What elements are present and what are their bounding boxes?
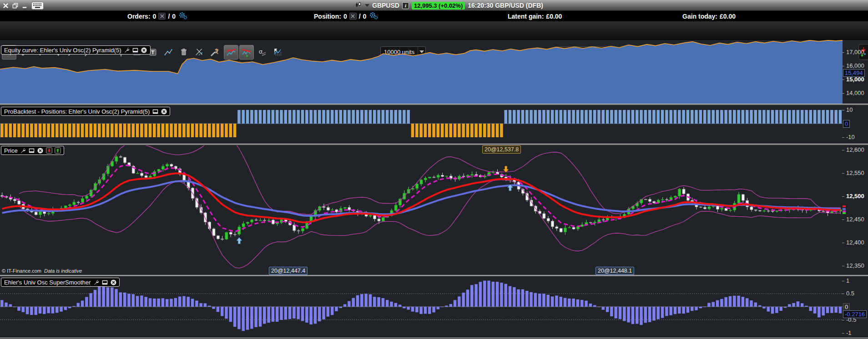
position-settings-gears-icon[interactable] xyxy=(368,11,378,21)
axis-tick-label: 15,000 xyxy=(846,76,864,83)
orders-separator: / xyxy=(168,13,170,20)
latent-gain-label: Latent gain: xyxy=(508,13,544,20)
axis-tick-label: 14,000 xyxy=(846,90,864,96)
copyright-text: © IT-Finance.com xyxy=(2,268,41,274)
axis-tick-label: 12,350 xyxy=(846,263,864,269)
axis-tick-label: 12,450 xyxy=(846,216,864,223)
disclaimer-text: Data is indicative xyxy=(44,268,82,274)
collapse-side-panel-tab[interactable] xyxy=(858,44,868,60)
axis-tick-label: 12,600 xyxy=(846,147,864,153)
candlestick-symbol-icon[interactable] xyxy=(355,1,362,10)
price-close-icon[interactable] xyxy=(37,147,44,154)
axis-tick-label: -1 xyxy=(846,330,852,336)
symbol-dropdown-caret[interactable] xyxy=(365,4,369,7)
price-settings-wrench-icon[interactable] xyxy=(20,147,26,154)
current-price-mark xyxy=(843,210,846,212)
axis-tick-label: 0.5 xyxy=(846,290,854,297)
position-count-2: 0 xyxy=(363,13,367,20)
chart-toolbar: σ 10000 units 1 hour xyxy=(0,21,868,40)
equity-panel-header: Equity curve: Ehler's Univ Osc(2) Pyrami… xyxy=(1,45,151,55)
current-price-mark xyxy=(843,205,846,207)
orders-settings-gears-icon[interactable] xyxy=(178,11,188,21)
oscillator-settings-wrench-icon[interactable] xyxy=(93,279,99,285)
info-icon[interactable]: i xyxy=(402,2,409,9)
gain-today-value: £0.00 xyxy=(720,13,736,20)
position-status-group: Position: 0 / 0 xyxy=(314,11,378,21)
current-value-tag: 0 xyxy=(843,303,850,311)
axis-tick-label: 10 xyxy=(846,107,853,113)
price-candlestick-chart[interactable] xyxy=(0,145,843,275)
oscillator-close-icon[interactable] xyxy=(110,279,116,285)
window-titlebar: GBPUSD i 12,995.3 (+0.02%) 16:20:30 GBP/… xyxy=(0,0,868,11)
keyboard-icon[interactable] xyxy=(31,1,44,10)
current-price-mark xyxy=(843,208,846,210)
close-position-icon[interactable] xyxy=(349,13,357,20)
restore-window-icon[interactable] xyxy=(12,2,18,9)
close-window-icon[interactable] xyxy=(2,2,9,9)
buy-trade-label: 20@12,447.4 xyxy=(269,267,308,275)
axis-tick-label: 12,550 xyxy=(846,170,864,176)
copyright-notice: © IT-Finance.comData is indicative xyxy=(2,268,82,274)
price-window-icon[interactable] xyxy=(29,147,35,154)
panel-divider[interactable] xyxy=(0,275,868,277)
positions-close-icon[interactable] xyxy=(161,108,167,115)
equity-close-icon[interactable] xyxy=(141,47,147,53)
oscillator-panel-title: Ehler's Univ Osc SuperSmoother xyxy=(4,279,91,286)
price-panel-header: Price xyxy=(1,146,64,155)
equity-window-icon[interactable] xyxy=(132,47,139,53)
minimize-window-icon[interactable] xyxy=(21,2,28,9)
orders-status-group: Orders: 0 / 0 xyxy=(127,11,188,21)
axis-tick-label: 1 xyxy=(846,278,849,284)
positions-panel-title: ProBacktest - Positions: Ehler's Univ Os… xyxy=(4,108,150,115)
axis-tick-label: 16,000 xyxy=(846,63,864,69)
panel-divider[interactable] xyxy=(0,104,868,105)
axis-tick-label: 12,400 xyxy=(846,239,864,246)
axis-tick-label: -10 xyxy=(846,134,855,140)
orders-count: 0 xyxy=(153,13,156,20)
sell-trade-label: 20@12,537.8 xyxy=(482,145,521,154)
position-label: Position: xyxy=(314,13,341,20)
equity-settings-wrench-icon[interactable] xyxy=(124,47,130,53)
window-controls xyxy=(2,0,44,11)
latent-gain-value: £0.00 xyxy=(546,13,562,20)
current-value-tag: -0.2716 xyxy=(843,310,867,318)
current-price-mark xyxy=(843,212,846,214)
axis-tick-label: -0.5 xyxy=(846,317,856,323)
position-separator: / xyxy=(359,13,361,20)
gain-today-label: Gain today: xyxy=(682,13,717,20)
current-value-tag: 0 xyxy=(843,120,850,128)
orders-count-2: 0 xyxy=(172,13,176,20)
latent-gain-group: Latent gain: £0.00 xyxy=(508,11,562,21)
positions-window-icon[interactable] xyxy=(152,108,158,115)
positions-panel-header: ProBacktest - Positions: Ehler's Univ Os… xyxy=(1,107,170,116)
equity-panel-title: Equity curve: Ehler's Univ Osc(2) Pyrami… xyxy=(4,47,121,54)
titlebar-clock: 16:20:30 GBP/USD (DFB) xyxy=(468,2,543,9)
orders-label: Orders: xyxy=(127,13,151,20)
sell-order-arrow-icon[interactable] xyxy=(46,147,52,154)
price-panel-title: Price xyxy=(4,147,18,154)
current-value-tag: 15,494 xyxy=(843,69,865,77)
price-badge: 12,995.3 (+0.02%) xyxy=(412,2,465,10)
panel-divider[interactable] xyxy=(0,144,868,145)
cancel-orders-icon[interactable] xyxy=(158,13,166,20)
symbol-name[interactable]: GBPUSD xyxy=(372,2,399,9)
oscillator-chart[interactable] xyxy=(0,277,843,338)
oscillator-panel-header: Ehler's Univ Osc SuperSmoother xyxy=(1,278,120,287)
trading-platform-window: GBPUSD i 12,995.3 (+0.02%) 16:20:30 GBP/… xyxy=(0,0,868,339)
titlebar-instrument-area: GBPUSD i 12,995.3 (+0.02%) 16:20:30 GBP/… xyxy=(355,0,543,11)
oscillator-window-icon[interactable] xyxy=(101,279,108,285)
gain-today-group: Gain today: £0.00 xyxy=(682,11,736,21)
position-count: 0 xyxy=(343,13,347,20)
buy-order-arrow-icon[interactable] xyxy=(55,147,61,154)
buy-arrow-marker xyxy=(237,238,242,244)
account-status-bar: Orders: 0 / 0 Position: 0 / 0 Latent gai xyxy=(0,11,868,21)
buy-trade-label: 20@12,448.1 xyxy=(595,267,634,275)
axis-tick-label: 12,500 xyxy=(846,193,864,199)
